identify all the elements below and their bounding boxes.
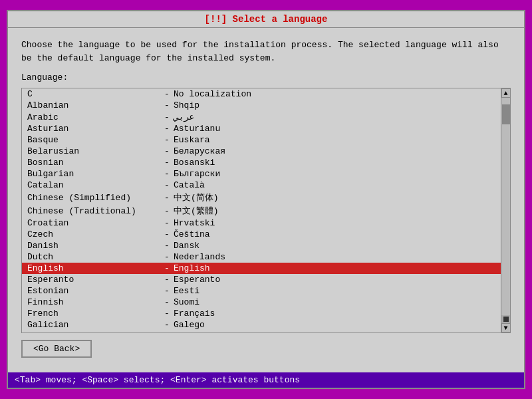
language-native: Eesti bbox=[174, 286, 200, 296]
separator: - bbox=[160, 146, 174, 156]
list-item[interactable]: French-Français bbox=[22, 308, 501, 319]
main-window: [!!] Select a language Choose the langua… bbox=[7, 10, 525, 389]
separator: - bbox=[160, 193, 174, 203]
language-native: Български bbox=[174, 169, 220, 179]
button-row: <Go Back> bbox=[21, 333, 511, 362]
separator: - bbox=[160, 229, 174, 239]
language-native: Беларуская bbox=[174, 146, 225, 156]
window-title: [!!] Select a language bbox=[205, 14, 328, 25]
list-item[interactable]: Czech-Čeština bbox=[22, 229, 501, 240]
list-item[interactable]: Arabic-عربي bbox=[22, 111, 501, 123]
list-item[interactable]: German-Deutsch bbox=[22, 331, 501, 332]
language-native: English bbox=[174, 263, 210, 273]
scrollbar-track[interactable] bbox=[501, 98, 510, 315]
list-item[interactable]: Galician-Galego bbox=[22, 319, 501, 331]
list-item[interactable]: Esperanto-Esperanto bbox=[22, 274, 501, 285]
language-name: Bosnian bbox=[27, 158, 160, 168]
language-native: عربي bbox=[174, 112, 194, 122]
language-name: Czech bbox=[27, 229, 160, 239]
language-name: Estonian bbox=[27, 286, 160, 296]
list-item[interactable]: Croatian-Hrvatski bbox=[22, 217, 501, 229]
separator: - bbox=[160, 286, 174, 296]
language-native: 中文(繁體) bbox=[174, 205, 219, 217]
separator: - bbox=[160, 135, 174, 145]
language-native: Shqip bbox=[174, 100, 200, 110]
language-name: Esperanto bbox=[27, 275, 160, 285]
list-item[interactable]: Asturian-Asturianu bbox=[22, 123, 501, 134]
language-name: Asturian bbox=[27, 124, 160, 134]
separator: - bbox=[160, 89, 174, 99]
go-back-button[interactable]: <Go Back> bbox=[21, 340, 92, 358]
list-item[interactable]: C-No localization bbox=[22, 88, 501, 100]
language-native: Galego bbox=[174, 320, 205, 330]
list-item[interactable]: Bulgarian-Български bbox=[22, 168, 501, 180]
separator: - bbox=[160, 218, 174, 228]
separator: - bbox=[160, 169, 174, 179]
separator: - bbox=[160, 206, 174, 216]
separator: - bbox=[160, 241, 174, 251]
language-name: Albanian bbox=[27, 100, 160, 110]
language-name: Dutch bbox=[27, 252, 160, 262]
language-native: Asturianu bbox=[174, 124, 220, 134]
scroll-up-arrow[interactable]: ▲ bbox=[501, 88, 511, 98]
separator: - bbox=[160, 297, 174, 307]
language-name: Chinese (Simplified) bbox=[27, 193, 160, 203]
separator: - bbox=[160, 100, 174, 110]
list-item[interactable]: Belarusian-Беларуская bbox=[22, 146, 501, 157]
language-name: Danish bbox=[27, 241, 160, 251]
separator: - bbox=[160, 124, 174, 134]
language-name: Catalan bbox=[27, 180, 160, 190]
language-label: Language: bbox=[21, 72, 511, 82]
language-native: Esperanto bbox=[174, 275, 220, 285]
status-bar: <Tab> moves; <Space> selects; <Enter> ac… bbox=[8, 372, 524, 388]
language-name: English bbox=[27, 263, 160, 273]
language-name: Arabic bbox=[27, 112, 160, 122]
list-item[interactable]: Chinese (Traditional)-中文(繁體) bbox=[22, 204, 501, 217]
language-native: 中文(简体) bbox=[174, 192, 219, 203]
language-name: Basque bbox=[27, 135, 160, 145]
language-name: C bbox=[27, 89, 160, 99]
language-name: Bulgarian bbox=[27, 169, 160, 179]
separator: - bbox=[160, 158, 174, 168]
list-item[interactable]: English-English bbox=[22, 263, 501, 274]
language-name: German bbox=[27, 331, 160, 332]
language-native: Hrvatski bbox=[174, 218, 215, 228]
description-text: Choose the language to be used for the i… bbox=[21, 39, 511, 65]
list-item[interactable]: Basque-Euskara bbox=[22, 134, 501, 146]
scrollbar[interactable]: ▲ ▼ bbox=[501, 88, 510, 332]
language-native: Français bbox=[174, 309, 215, 319]
language-name: Finnish bbox=[27, 297, 160, 307]
list-item[interactable]: Chinese (Simplified)-中文(简体) bbox=[22, 191, 501, 204]
language-items: C-No localizationAlbanian-ShqipArabic-عر… bbox=[22, 88, 501, 332]
language-native: Euskara bbox=[174, 135, 210, 145]
language-name: Belarusian bbox=[27, 146, 160, 156]
separator: - bbox=[160, 252, 174, 262]
language-native: Čeština bbox=[174, 229, 210, 239]
list-item[interactable]: Finnish-Suomi bbox=[22, 297, 501, 308]
scroll-indicator bbox=[503, 317, 509, 322]
separator: - bbox=[160, 112, 174, 122]
list-item[interactable]: Catalan-Català bbox=[22, 180, 501, 191]
list-item[interactable]: Albanian-Shqip bbox=[22, 100, 501, 111]
language-name: Croatian bbox=[27, 218, 160, 228]
separator: - bbox=[160, 263, 174, 273]
language-name: Galician bbox=[27, 320, 160, 330]
language-native: Bosanski bbox=[174, 158, 215, 168]
language-native: Català bbox=[174, 180, 205, 190]
title-bar: [!!] Select a language bbox=[8, 11, 524, 28]
scroll-down-arrow[interactable]: ▼ bbox=[501, 323, 511, 332]
list-item[interactable]: Dutch-Nederlands bbox=[22, 251, 501, 263]
language-native: Dansk bbox=[174, 241, 200, 251]
separator: - bbox=[160, 275, 174, 285]
language-native: Suomi bbox=[174, 297, 200, 307]
content-area: Choose the language to be used for the i… bbox=[8, 28, 524, 372]
separator: - bbox=[160, 331, 174, 332]
language-list-container[interactable]: C-No localizationAlbanian-ShqipArabic-عر… bbox=[21, 88, 511, 333]
list-item[interactable]: Bosnian-Bosanski bbox=[22, 157, 501, 168]
list-item[interactable]: Estonian-Eesti bbox=[22, 285, 501, 297]
scrollbar-thumb[interactable] bbox=[502, 104, 510, 124]
language-list[interactable]: C-No localizationAlbanian-ShqipArabic-عر… bbox=[22, 88, 501, 332]
language-name: Chinese (Traditional) bbox=[27, 206, 160, 216]
list-item[interactable]: Danish-Dansk bbox=[22, 240, 501, 251]
language-native: Nederlands bbox=[174, 252, 225, 262]
